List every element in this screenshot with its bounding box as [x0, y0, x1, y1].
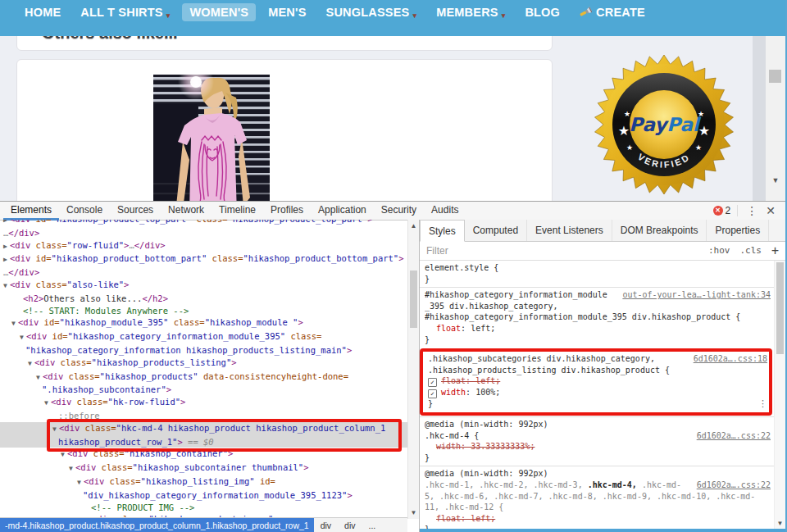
devtools-tab-audits[interactable]: Audits — [424, 202, 466, 220]
nav-item-create[interactable]: CREATE — [580, 6, 645, 19]
breadcrumb-item[interactable]: div — [338, 518, 362, 532]
dom-tree-line[interactable]: hikashop_product_row_1"> == $0 — [0, 436, 407, 448]
dom-tree-line[interactable]: ▶<div class="row-fluid">…</div> — [0, 239, 407, 253]
dom-tree-line[interactable]: <!-- START: Modules Anywhere --> — [0, 305, 407, 317]
window-edge — [420, 529, 785, 532]
browser-scrollbar-thumb[interactable] — [769, 70, 781, 83]
dom-tree-line[interactable]: <!-- PRODUCT IMG --> — [0, 502, 407, 514]
breadcrumb-item[interactable]: div — [314, 518, 338, 532]
elements-scrollbar-thumb[interactable] — [410, 271, 417, 328]
devtools-tab-security[interactable]: Security — [374, 202, 424, 220]
dom-tree-line[interactable]: ▼<div class="hikashop_subcontainer thumb… — [0, 462, 407, 475]
nav-item-all-t-shirts[interactable]: ALL T SHIRTS▾ — [80, 6, 170, 20]
sidebar-tab-styles[interactable]: Styles — [420, 220, 465, 242]
sidebar-tab-computed[interactable]: Computed — [465, 220, 527, 241]
sidebar-tab-event-listeners[interactable]: Event Listeners — [527, 220, 612, 241]
dom-tree-line[interactable]: ▼<div class="hikashop_listing_img" id= — [0, 475, 407, 489]
devtools-tab-elements[interactable]: Elements — [3, 202, 59, 220]
devtools-tab-console[interactable]: Console — [59, 202, 110, 220]
css-selector-line: 5, .hkc-md-6, .hkc-md-7, .hkc-md-8, .hkc… — [425, 491, 771, 502]
css-property[interactable]: ✓width: 100%; — [428, 387, 767, 398]
close-icon[interactable]: ✕ — [766, 205, 776, 216]
nav-item-sunglasses[interactable]: SUNGLASSES▾ — [326, 6, 417, 20]
styles-filter-input[interactable]: Filter — [426, 245, 708, 257]
property-checkbox[interactable]: ✓ — [428, 389, 437, 398]
breadcrumb-item[interactable]: ... — [362, 518, 383, 532]
breadcrumb-selected[interactable]: -md-4.hikashop_product.hikashop_product_… — [0, 518, 314, 532]
kebab-menu-icon[interactable]: ⋮ — [746, 205, 757, 216]
dom-tree-line[interactable]: …</div> — [0, 227, 407, 239]
scroll-up-icon[interactable]: ▲ — [408, 222, 419, 230]
dom-tree-line[interactable]: ▼<div class="hkc-md-4 hikashop_product h… — [0, 422, 407, 436]
sidebar-tab-dom-breakpoints[interactable]: DOM Breakpoints — [612, 220, 707, 241]
elements-scrollbar[interactable]: ▲ ▼ — [407, 220, 419, 519]
dom-tree-line[interactable]: ▼<div class="hikashop_products" data-con… — [0, 371, 407, 384]
media-query: @media (min-width: 992px) — [425, 468, 771, 480]
property-checkbox[interactable]: ✓ — [428, 378, 437, 387]
paypal-verified-badge: PayPal ★★★ ★★★ VERIFIED — [594, 54, 735, 195]
css-selector-line: } — [425, 334, 771, 346]
css-selector-line: 6d1602a….css:22.hkc-md-1, .hkc-md-2, .hk… — [425, 480, 771, 491]
sidebar-tab-properties[interactable]: Properties — [707, 220, 769, 241]
dom-tree-line[interactable]: <h2>Others also like...</h2> — [0, 293, 407, 305]
css-property[interactable]: ✓float: left; — [428, 375, 767, 387]
nav-item-blog[interactable]: BLOG — [525, 6, 560, 19]
browser-scrollbar[interactable]: ▼ — [766, 30, 785, 201]
devtools-tab-network[interactable]: Network — [161, 202, 212, 220]
css-property[interactable]: width: 33.33333333%; — [425, 441, 771, 452]
dom-tree-line[interactable]: ▼<div class="hikashop_container"> — [0, 448, 407, 462]
style-toggles: :hov.cls+ — [708, 243, 779, 258]
css-selector-line: element.style { — [425, 262, 771, 274]
scrollbar-down-icon[interactable]: ▼ — [766, 176, 785, 184]
sidebar-tabs: StylesComputedEvent ListenersDOM Breakpo… — [420, 220, 785, 242]
nav-item-members[interactable]: MEMBERS▾ — [436, 6, 505, 20]
elements-panel: ▶<div id="hikashop_product_top_part" cla… — [0, 220, 407, 532]
toggle-hov[interactable]: :hov — [708, 245, 730, 256]
svg-text:PayPal: PayPal — [629, 114, 702, 135]
devtools-tab-profiles[interactable]: Profiles — [263, 202, 311, 220]
style-rules: element.style {}out-of-your-lea…-light-t… — [420, 261, 774, 529]
dom-tree-line[interactable]: ▶<div id="hikashop_product_top_part" cla… — [0, 220, 407, 227]
nav-item-men-s[interactable]: MEN'S — [268, 6, 306, 19]
dom-tree-line[interactable]: ▼<div id="hikashop_category_information_… — [0, 330, 407, 344]
rule-menu-icon[interactable]: ⋮ — [758, 398, 767, 410]
nav-item-label: SUNGLASSES — [326, 6, 410, 19]
devtools-tab-sources[interactable]: Sources — [110, 202, 161, 220]
dom-tree-viewport: ▶<div id="hikashop_product_top_part" cla… — [0, 220, 407, 518]
dom-tree-line[interactable]: ▼<div class="hk-row-fluid"> — [0, 396, 407, 410]
css-property[interactable]: float: left; — [425, 513, 771, 525]
nav-item-home[interactable]: HOME — [25, 6, 61, 19]
dom-tree-line[interactable]: ▼<div id="hikashop_module_395" class="hi… — [0, 316, 407, 330]
styles-scrollbar-thumb[interactable] — [776, 262, 784, 354]
stylesheet-link[interactable]: out-of-your-lea…-light-tank:34 — [622, 289, 771, 301]
product-image[interactable] — [153, 75, 270, 214]
stylesheet-link[interactable]: 6d1602a….css:22 — [697, 430, 771, 442]
stylesheet-link[interactable]: 6d1602a….css:18 — [694, 353, 767, 365]
dom-tree-line[interactable]: …</div> — [0, 266, 407, 279]
dom-tree-line[interactable]: ::before — [0, 410, 407, 422]
dom-tree-line[interactable]: "hikashop_category_information hikashop_… — [0, 344, 407, 357]
page-edge-column — [753, 30, 766, 201]
dom-tree-line[interactable]: ▶<div id="hikashop_product_bottom_part" … — [0, 252, 407, 266]
devtools-tab-application[interactable]: Application — [311, 202, 374, 220]
svg-text:★: ★ — [698, 123, 710, 139]
nav-item-label: MEMBERS — [436, 6, 498, 19]
styles-scroll-down-icon[interactable]: ▼ — [775, 520, 785, 527]
stylesheet-link[interactable]: 6d1602a….css:22 — [697, 480, 771, 491]
dom-tree-line[interactable]: ".hikashop_subcontainer"> — [0, 384, 407, 396]
devtools-toolbar-right: ✕ 2 ⋮ ✕ — [713, 205, 785, 216]
scroll-down-icon[interactable]: ▼ — [408, 509, 419, 516]
css-rule: @media (min-width: 992px)6d1602a….css:22… — [420, 416, 774, 466]
dom-tree-line[interactable]: "div_hikashop_category_information_modul… — [0, 489, 407, 502]
styles-scrollbar[interactable]: ▼ — [774, 261, 785, 529]
devtools-tab-timeline[interactable]: Timeline — [212, 202, 263, 220]
dom-tree-line[interactable]: ▼<div class="also-like"> — [0, 279, 407, 293]
toggle-[interactable]: + — [771, 243, 779, 258]
paypal-brand-pay: Pay — [629, 114, 669, 135]
toggle-cls[interactable]: .cls — [739, 245, 762, 256]
error-badge[interactable]: ✕ 2 — [713, 205, 739, 216]
screen: Others also like... — [0, 0, 787, 532]
dom-tree-line[interactable]: ▼<div class="hikashop_products_listing"> — [0, 357, 407, 371]
css-property[interactable]: float: left; — [425, 323, 771, 334]
nav-item-women-s[interactable]: WOMEN'S — [182, 3, 256, 21]
